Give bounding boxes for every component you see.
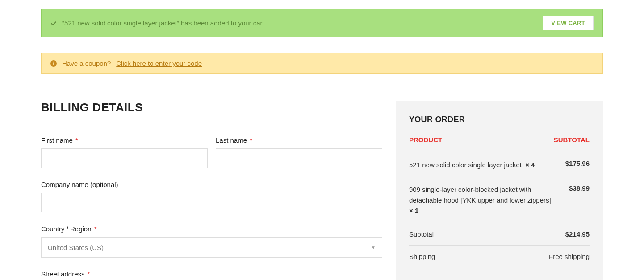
country-label: Country / Region * bbox=[41, 225, 382, 233]
order-shipping-label: Shipping bbox=[409, 253, 435, 260]
added-to-cart-alert: “521 new solid color single layer jacket… bbox=[41, 9, 603, 37]
billing-heading: BILLING DETAILS bbox=[41, 101, 382, 115]
order-heading: YOUR ORDER bbox=[409, 115, 590, 124]
added-message: “521 new solid color single layer jacket… bbox=[62, 19, 266, 27]
chevron-down-icon: ▼ bbox=[371, 245, 376, 250]
order-item-price: $175.96 bbox=[565, 160, 590, 170]
country-selected-value: United States (US) bbox=[48, 244, 104, 251]
coupon-prompt-text: Have a coupon? bbox=[62, 59, 111, 67]
order-shipping-row: Shipping Free shipping bbox=[409, 245, 590, 267]
your-order-panel: YOUR ORDER PRODUCT SUBTOTAL 521 new soli… bbox=[396, 101, 603, 280]
check-icon bbox=[50, 20, 57, 26]
info-icon bbox=[50, 60, 57, 67]
last-name-label: Last name * bbox=[216, 136, 382, 144]
first-name-label: First name * bbox=[41, 136, 208, 144]
coupon-toggle-link[interactable]: Click here to enter your code bbox=[116, 59, 202, 67]
first-name-input[interactable] bbox=[41, 148, 208, 168]
last-name-input[interactable] bbox=[216, 148, 382, 168]
order-item-row: 521 new solid color single layer jacket … bbox=[409, 153, 590, 177]
order-item-row: 909 single-layer color-blocked jacket wi… bbox=[409, 177, 590, 223]
coupon-alert: Have a coupon? Click here to enter your … bbox=[41, 53, 603, 74]
order-shipping-value: Free shipping bbox=[549, 253, 590, 260]
street-address-label: Street address * bbox=[41, 270, 382, 278]
svg-rect-1 bbox=[53, 63, 54, 65]
order-subtotal-row: Subtotal $214.95 bbox=[409, 223, 590, 245]
company-input[interactable] bbox=[41, 193, 382, 212]
order-item-name: 909 single-layer color-blocked jacket wi… bbox=[409, 186, 551, 204]
order-subtotal-value: $214.95 bbox=[565, 230, 590, 238]
country-select[interactable]: United States (US) ▼ bbox=[41, 237, 382, 258]
order-subtotal-label: Subtotal bbox=[409, 230, 434, 238]
company-label: Company name (optional) bbox=[41, 181, 382, 188]
order-item-name: 521 new solid color single layer jacket bbox=[409, 161, 522, 169]
order-item-qty: × 4 bbox=[525, 161, 535, 169]
order-item-price: $38.99 bbox=[569, 184, 590, 216]
svg-rect-2 bbox=[53, 61, 54, 62]
view-cart-button[interactable]: VIEW CART bbox=[543, 16, 594, 30]
order-item-qty: × 1 bbox=[409, 207, 418, 214]
divider bbox=[41, 123, 382, 123]
order-col-subtotal: SUBTOTAL bbox=[554, 136, 590, 144]
billing-details-section: BILLING DETAILS First name * Last name *… bbox=[41, 101, 382, 280]
order-col-product: PRODUCT bbox=[409, 136, 442, 144]
